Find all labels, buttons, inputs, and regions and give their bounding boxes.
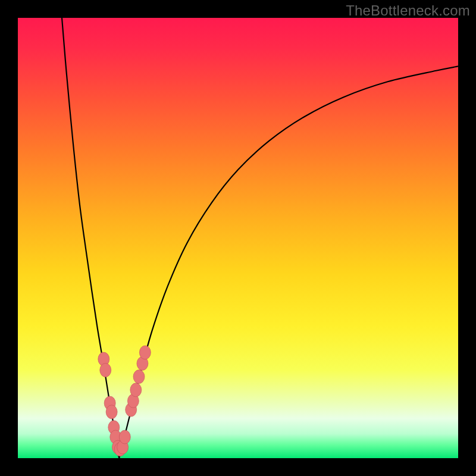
watermark-text: TheBottleneck.com [346, 2, 470, 19]
data-point-marker [106, 405, 117, 419]
data-point-marker [130, 383, 142, 397]
data-point-marker [139, 346, 151, 359]
data-point-marker [119, 430, 130, 444]
data-point-marker [100, 364, 111, 377]
data-point-marker [133, 370, 145, 384]
chart-frame: TheBottleneck.com [0, 0, 476, 476]
chart-plot-area [18, 18, 458, 458]
